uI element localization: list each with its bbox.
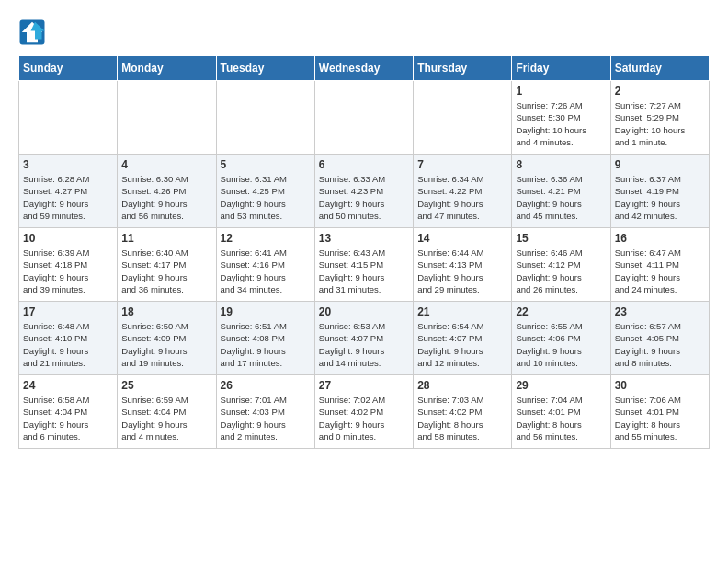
day-number: 8 — [516, 158, 606, 171]
day-info: Sunrise: 7:03 AM Sunset: 4:02 PM Dayligh… — [417, 394, 507, 442]
day-info: Sunrise: 7:06 AM Sunset: 4:01 PM Dayligh… — [615, 394, 705, 442]
calendar-cell: 17Sunrise: 6:48 AM Sunset: 4:10 PM Dayli… — [19, 302, 118, 375]
calendar-cell: 26Sunrise: 7:01 AM Sunset: 4:03 PM Dayli… — [216, 375, 314, 449]
logo — [18, 18, 51, 46]
page-header — [18, 18, 710, 46]
day-info: Sunrise: 6:48 AM Sunset: 4:10 PM Dayligh… — [23, 320, 113, 369]
day-number: 15 — [516, 232, 606, 245]
day-number: 4 — [121, 158, 211, 171]
day-header-wednesday: Wednesday — [314, 56, 413, 81]
calendar-cell: 3Sunrise: 6:28 AM Sunset: 4:27 PM Daylig… — [19, 155, 118, 228]
calendar-week-row: 10Sunrise: 6:39 AM Sunset: 4:18 PM Dayli… — [19, 228, 710, 302]
day-info: Sunrise: 6:40 AM Sunset: 4:17 PM Dayligh… — [121, 247, 211, 295]
day-number: 1 — [516, 85, 606, 98]
day-info: Sunrise: 7:26 AM Sunset: 5:30 PM Dayligh… — [516, 99, 606, 148]
day-info: Sunrise: 7:04 AM Sunset: 4:01 PM Dayligh… — [516, 394, 606, 442]
day-number: 5 — [221, 158, 311, 171]
day-number: 12 — [221, 232, 311, 245]
day-info: Sunrise: 6:59 AM Sunset: 4:04 PM Dayligh… — [121, 394, 211, 442]
day-number: 23 — [615, 305, 705, 318]
day-info: Sunrise: 6:57 AM Sunset: 4:05 PM Dayligh… — [615, 320, 705, 369]
day-info: Sunrise: 6:28 AM Sunset: 4:27 PM Dayligh… — [23, 173, 113, 222]
calendar-cell — [216, 81, 314, 155]
calendar-cell: 5Sunrise: 6:31 AM Sunset: 4:25 PM Daylig… — [216, 155, 314, 228]
calendar-cell: 15Sunrise: 6:46 AM Sunset: 4:12 PM Dayli… — [512, 228, 610, 302]
day-info: Sunrise: 6:33 AM Sunset: 4:23 PM Dayligh… — [319, 173, 409, 222]
calendar-cell — [314, 81, 413, 155]
day-number: 25 — [121, 379, 211, 392]
day-number: 21 — [417, 305, 507, 318]
day-info: Sunrise: 6:47 AM Sunset: 4:11 PM Dayligh… — [615, 247, 705, 295]
day-header-sunday: Sunday — [19, 56, 118, 81]
calendar-cell: 16Sunrise: 6:47 AM Sunset: 4:11 PM Dayli… — [610, 228, 709, 302]
calendar-cell: 4Sunrise: 6:30 AM Sunset: 4:26 PM Daylig… — [118, 155, 216, 228]
day-info: Sunrise: 6:37 AM Sunset: 4:19 PM Dayligh… — [615, 173, 705, 222]
calendar-cell: 28Sunrise: 7:03 AM Sunset: 4:02 PM Dayli… — [414, 375, 512, 449]
day-number: 22 — [516, 305, 606, 318]
day-info: Sunrise: 6:50 AM Sunset: 4:09 PM Dayligh… — [121, 320, 211, 369]
calendar-week-row: 17Sunrise: 6:48 AM Sunset: 4:10 PM Dayli… — [19, 302, 710, 375]
day-number: 7 — [417, 158, 507, 171]
calendar-cell — [118, 81, 216, 155]
day-info: Sunrise: 6:30 AM Sunset: 4:26 PM Dayligh… — [121, 173, 211, 222]
calendar-cell: 18Sunrise: 6:50 AM Sunset: 4:09 PM Dayli… — [118, 302, 216, 375]
day-header-thursday: Thursday — [414, 56, 512, 81]
calendar-cell: 10Sunrise: 6:39 AM Sunset: 4:18 PM Dayli… — [19, 228, 118, 302]
day-header-friday: Friday — [512, 56, 610, 81]
calendar-cell: 24Sunrise: 6:58 AM Sunset: 4:04 PM Dayli… — [19, 375, 118, 449]
day-info: Sunrise: 7:27 AM Sunset: 5:29 PM Dayligh… — [615, 99, 705, 148]
calendar-cell: 21Sunrise: 6:54 AM Sunset: 4:07 PM Dayli… — [414, 302, 512, 375]
day-info: Sunrise: 6:53 AM Sunset: 4:07 PM Dayligh… — [319, 320, 409, 369]
calendar-cell: 20Sunrise: 6:53 AM Sunset: 4:07 PM Dayli… — [314, 302, 413, 375]
calendar-cell: 22Sunrise: 6:55 AM Sunset: 4:06 PM Dayli… — [512, 302, 610, 375]
day-number: 30 — [615, 379, 705, 392]
calendar-cell: 25Sunrise: 6:59 AM Sunset: 4:04 PM Dayli… — [118, 375, 216, 449]
day-info: Sunrise: 7:01 AM Sunset: 4:03 PM Dayligh… — [221, 394, 311, 442]
calendar-cell: 11Sunrise: 6:40 AM Sunset: 4:17 PM Dayli… — [118, 228, 216, 302]
day-number: 28 — [417, 379, 507, 392]
calendar-cell: 19Sunrise: 6:51 AM Sunset: 4:08 PM Dayli… — [216, 302, 314, 375]
calendar-cell: 6Sunrise: 6:33 AM Sunset: 4:23 PM Daylig… — [314, 155, 413, 228]
calendar-cell: 8Sunrise: 6:36 AM Sunset: 4:21 PM Daylig… — [512, 155, 610, 228]
calendar-cell: 14Sunrise: 6:44 AM Sunset: 4:13 PM Dayli… — [414, 228, 512, 302]
day-info: Sunrise: 6:34 AM Sunset: 4:22 PM Dayligh… — [417, 173, 507, 222]
day-info: Sunrise: 6:43 AM Sunset: 4:15 PM Dayligh… — [319, 247, 409, 295]
calendar-cell: 7Sunrise: 6:34 AM Sunset: 4:22 PM Daylig… — [414, 155, 512, 228]
day-info: Sunrise: 6:58 AM Sunset: 4:04 PM Dayligh… — [23, 394, 113, 442]
day-number: 9 — [615, 158, 705, 171]
logo-icon — [18, 18, 46, 46]
day-number: 20 — [319, 305, 409, 318]
calendar-week-row: 1Sunrise: 7:26 AM Sunset: 5:30 PM Daylig… — [19, 81, 710, 155]
calendar-cell: 29Sunrise: 7:04 AM Sunset: 4:01 PM Dayli… — [512, 375, 610, 449]
calendar-header-row: SundayMondayTuesdayWednesdayThursdayFrid… — [19, 56, 710, 81]
calendar-cell: 27Sunrise: 7:02 AM Sunset: 4:02 PM Dayli… — [314, 375, 413, 449]
calendar-week-row: 24Sunrise: 6:58 AM Sunset: 4:04 PM Dayli… — [19, 375, 710, 449]
day-number: 27 — [319, 379, 409, 392]
day-header-tuesday: Tuesday — [216, 56, 314, 81]
calendar-cell: 9Sunrise: 6:37 AM Sunset: 4:19 PM Daylig… — [610, 155, 709, 228]
day-info: Sunrise: 7:02 AM Sunset: 4:02 PM Dayligh… — [319, 394, 409, 442]
day-number: 18 — [121, 305, 211, 318]
calendar-cell: 23Sunrise: 6:57 AM Sunset: 4:05 PM Dayli… — [610, 302, 709, 375]
day-info: Sunrise: 6:51 AM Sunset: 4:08 PM Dayligh… — [221, 320, 311, 369]
day-number: 14 — [417, 232, 507, 245]
day-info: Sunrise: 6:41 AM Sunset: 4:16 PM Dayligh… — [221, 247, 311, 295]
day-info: Sunrise: 6:46 AM Sunset: 4:12 PM Dayligh… — [516, 247, 606, 295]
day-info: Sunrise: 6:31 AM Sunset: 4:25 PM Dayligh… — [221, 173, 311, 222]
day-number: 17 — [23, 305, 113, 318]
day-number: 6 — [319, 158, 409, 171]
calendar-cell: 2Sunrise: 7:27 AM Sunset: 5:29 PM Daylig… — [610, 81, 709, 155]
calendar-cell — [19, 81, 118, 155]
day-number: 2 — [615, 85, 705, 98]
day-number: 10 — [23, 232, 113, 245]
day-number: 19 — [221, 305, 311, 318]
day-number: 13 — [319, 232, 409, 245]
day-header-saturday: Saturday — [610, 56, 709, 81]
day-number: 11 — [121, 232, 211, 245]
calendar-cell: 13Sunrise: 6:43 AM Sunset: 4:15 PM Dayli… — [314, 228, 413, 302]
day-number: 26 — [221, 379, 311, 392]
day-number: 3 — [23, 158, 113, 171]
day-header-monday: Monday — [118, 56, 216, 81]
day-info: Sunrise: 6:55 AM Sunset: 4:06 PM Dayligh… — [516, 320, 606, 369]
day-number: 29 — [516, 379, 606, 392]
